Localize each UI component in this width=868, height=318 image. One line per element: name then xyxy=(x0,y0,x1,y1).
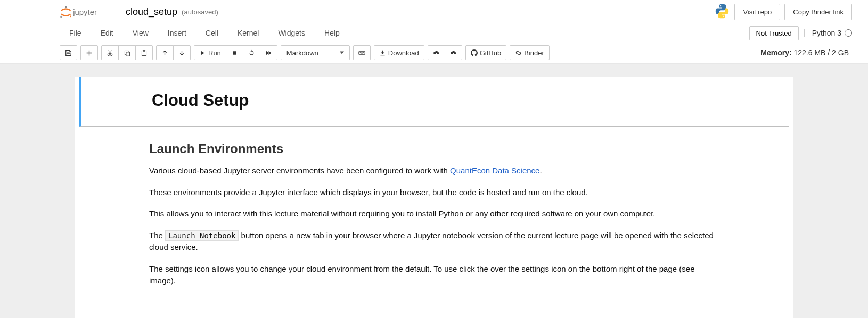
kernel-idle-icon xyxy=(845,29,852,37)
github-label: GitHub xyxy=(480,49,501,57)
copy-binder-link-button[interactable]: Copy Binder link xyxy=(784,4,852,20)
github-button[interactable]: GitHub xyxy=(465,45,506,60)
menu-cell[interactable]: Cell xyxy=(196,23,228,43)
svg-rect-10 xyxy=(142,51,146,55)
visit-repo-button[interactable]: Visit repo xyxy=(734,4,780,20)
svg-point-4 xyxy=(720,5,721,6)
arrow-up-icon xyxy=(161,49,168,56)
memory-value: 122.6 MB / 2 GB xyxy=(794,48,849,57)
menu-kernel[interactable]: Kernel xyxy=(228,23,268,43)
cut-icon xyxy=(107,49,113,56)
menu-insert[interactable]: Insert xyxy=(158,23,196,43)
save-button[interactable] xyxy=(60,45,77,60)
keyboard-icon xyxy=(358,49,365,56)
markdown-cell-body[interactable]: Launch Environments Various cloud-based … xyxy=(75,131,793,287)
move-up-button[interactable] xyxy=(156,45,174,60)
link-icon xyxy=(515,49,522,56)
quantecon-link[interactable]: QuantEcon Data Science xyxy=(450,166,539,175)
download-label: Download xyxy=(388,49,419,57)
download-icon xyxy=(379,49,386,56)
arrow-down-icon xyxy=(178,49,185,56)
plus-icon xyxy=(86,49,93,56)
menu-help[interactable]: Help xyxy=(315,23,349,43)
svg-point-2 xyxy=(70,15,71,17)
command-palette-button[interactable] xyxy=(353,45,371,60)
menu-view[interactable]: View xyxy=(123,23,158,43)
interrupt-button[interactable] xyxy=(226,45,243,60)
svg-rect-11 xyxy=(143,50,145,51)
binder-label: Binder xyxy=(524,49,544,57)
svg-rect-12 xyxy=(233,51,236,55)
menu-edit[interactable]: Edit xyxy=(91,23,123,43)
github-icon xyxy=(471,49,478,56)
cloud-download-button[interactable] xyxy=(428,45,445,60)
add-cell-button[interactable] xyxy=(80,45,98,60)
paste-icon xyxy=(141,49,148,56)
cloud-download-icon xyxy=(433,49,440,56)
svg-rect-9 xyxy=(126,52,130,55)
stop-icon xyxy=(231,49,238,56)
paragraph: The Launch Notebook button opens a new t… xyxy=(149,230,719,254)
run-all-button[interactable] xyxy=(260,45,277,60)
paragraph: This allows you to interact with this le… xyxy=(149,208,719,220)
download-button[interactable]: Download xyxy=(374,45,424,60)
inline-code: Launch Notebook xyxy=(165,230,239,241)
menu-widgets[interactable]: Widgets xyxy=(268,23,315,43)
restart-button[interactable] xyxy=(243,45,260,60)
cell-heading: Cloud Setup xyxy=(152,91,780,110)
cell-type-select[interactable]: Markdown xyxy=(281,45,350,60)
cell-type-label: Markdown xyxy=(286,49,318,57)
svg-point-6 xyxy=(108,53,110,55)
move-down-button[interactable] xyxy=(173,45,191,60)
kernel-name-label: Python 3 xyxy=(812,29,841,37)
paste-button[interactable] xyxy=(135,45,153,60)
markdown-cell-selected[interactable]: Cloud Setup xyxy=(79,77,789,127)
section-heading: Launch Environments xyxy=(149,141,719,156)
memory-indicator: Memory: 122.6 MB / 2 GB xyxy=(760,48,863,57)
fast-forward-icon xyxy=(265,49,272,56)
svg-rect-13 xyxy=(359,51,365,55)
python-icon xyxy=(714,3,730,21)
kernel-indicator[interactable]: Python 3 xyxy=(804,29,852,37)
save-icon xyxy=(65,49,72,56)
restart-icon xyxy=(248,49,255,56)
svg-text:jupyter: jupyter xyxy=(72,7,97,16)
run-button[interactable]: Run xyxy=(194,45,226,60)
jupyter-logo[interactable]: jupyter xyxy=(60,5,118,20)
not-trusted-button[interactable]: Not Trusted xyxy=(749,26,799,40)
memory-label: Memory: xyxy=(760,48,791,57)
run-label: Run xyxy=(208,49,221,57)
cut-button[interactable] xyxy=(101,45,119,60)
svg-point-1 xyxy=(60,15,62,18)
notebook-name[interactable]: cloud_setup xyxy=(126,6,177,18)
svg-point-5 xyxy=(723,16,724,17)
copy-icon xyxy=(124,49,130,56)
copy-button[interactable] xyxy=(118,45,136,60)
binder-button[interactable]: Binder xyxy=(510,45,550,60)
cloud-upload-icon xyxy=(450,49,457,56)
play-icon xyxy=(199,49,206,56)
svg-point-0 xyxy=(65,6,67,8)
autosave-status: (autosaved) xyxy=(182,8,218,16)
svg-point-7 xyxy=(110,53,112,55)
paragraph: Various cloud-based Jupyter server envir… xyxy=(149,165,719,177)
paragraph: The settings icon allows you to change y… xyxy=(149,263,719,287)
cloud-upload-button[interactable] xyxy=(445,45,462,60)
paragraph: These environments provide a Jupyter int… xyxy=(149,187,719,199)
menu-file[interactable]: File xyxy=(60,23,91,43)
